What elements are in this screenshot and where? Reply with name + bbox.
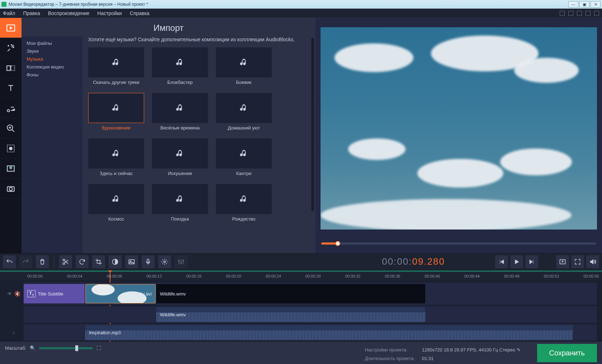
social-vk-icon[interactable] <box>586 11 591 16</box>
tool-zoom[interactable] <box>0 118 22 138</box>
ruler-tick: 00:00:12 <box>146 274 162 278</box>
social-youtube-icon[interactable] <box>560 11 565 16</box>
app-logo-icon <box>1 2 6 7</box>
tool-transitions[interactable] <box>0 58 22 78</box>
tool-callouts[interactable] <box>0 98 22 118</box>
export-frame-button[interactable] <box>556 255 569 268</box>
svg-rect-25 <box>183 260 184 261</box>
menu-help[interactable]: Справка <box>130 10 150 16</box>
music-tile[interactable]: Кантри <box>216 138 272 176</box>
svg-point-11 <box>9 147 13 150</box>
settings-label: Настройки проекта: <box>365 346 421 354</box>
category-music[interactable]: Музыка <box>27 55 77 63</box>
rotate-button[interactable] <box>76 255 89 268</box>
crop-button[interactable] <box>92 255 105 268</box>
category-sounds[interactable]: Звуки <box>27 47 77 55</box>
tool-filters[interactable] <box>0 38 22 58</box>
status-bar: Масштаб: 🔍 ⛶ Настройки проекта: 1280x720… <box>0 342 602 364</box>
split-button[interactable] <box>59 255 72 268</box>
mic-button[interactable] <box>142 255 155 268</box>
svg-rect-6 <box>11 66 15 70</box>
edit-settings-icon[interactable]: ✎ <box>517 347 521 353</box>
music-tile[interactable]: Весёлые времена <box>152 93 208 131</box>
preview-panel <box>316 18 602 253</box>
menu-playback[interactable]: Воспроизведение <box>48 10 90 16</box>
tool-import[interactable] <box>0 18 22 38</box>
music-tile[interactable]: Домашний уют <box>216 93 272 131</box>
social-ok-icon[interactable] <box>568 11 573 16</box>
category-backgrounds[interactable]: Фоны <box>27 71 77 79</box>
music-tile[interactable]: Скачать другие треки <box>88 47 144 85</box>
menu-edit[interactable]: Правка <box>23 10 40 16</box>
svg-marker-1 <box>10 27 13 29</box>
timecode-display: 00:00:09.280 <box>382 256 445 268</box>
eye-icon[interactable]: 👁 <box>7 291 12 297</box>
category-video-collection[interactable]: Коллекция видео <box>27 63 77 71</box>
redo-button[interactable] <box>19 255 32 268</box>
music-tile[interactable]: Поездка <box>152 184 208 222</box>
time-ruler[interactable]: 00:00:0000:00:0400:00:0800:00:1200:00:16… <box>0 270 602 280</box>
ruler-tick: 00:00:24 <box>266 274 281 278</box>
minimize-button[interactable]: ― <box>568 1 578 8</box>
volume-button[interactable] <box>586 255 599 268</box>
delete-button[interactable] <box>36 255 49 268</box>
video-track: 👁 🔇 TTTitle Subtitle sky.avi Wildlife.wm… <box>4 283 602 305</box>
tool-highlight[interactable] <box>0 138 22 159</box>
music-tile[interactable]: Рождество <box>216 184 272 222</box>
video-preview[interactable] <box>321 27 597 230</box>
clip-wildlife-video[interactable]: Wildlife.wmv <box>156 284 425 303</box>
prev-button[interactable] <box>495 255 508 268</box>
seek-knob-icon[interactable] <box>335 241 340 246</box>
import-panel: Импорт Мои файлы Звуки Музыка Коллекция … <box>22 18 316 253</box>
category-my-files[interactable]: Мои файлы <box>27 39 77 47</box>
window-title: Movavi Видеоредактор – 7-дневная пробная… <box>9 2 148 7</box>
social-share-icon[interactable] <box>594 11 599 16</box>
ruler-tick: 00:00:00 <box>27 274 43 278</box>
ruler-tick: 00:00:04 <box>67 274 82 278</box>
undo-button[interactable] <box>3 255 16 268</box>
clip-props-button[interactable] <box>125 255 138 268</box>
zoom-slider[interactable] <box>39 347 93 349</box>
ruler-tick: 00:00:40 <box>425 274 440 278</box>
import-heading: Импорт <box>22 18 316 37</box>
music-tile-label: Домашний уют <box>216 125 272 131</box>
audio-track: ♪ Inspiration.mp3 <box>4 324 602 341</box>
social-fb-icon[interactable] <box>577 11 582 16</box>
ruler-tick: 00:00:44 <box>464 274 480 278</box>
music-tile[interactable]: Здесь и сейчас <box>88 138 144 176</box>
clip-sky[interactable]: sky.avi <box>85 284 156 303</box>
mute-icon[interactable]: 🔇 <box>14 291 20 297</box>
music-tile[interactable]: Блокбастер <box>152 47 208 85</box>
zoom-fit-icon[interactable]: ⛶ <box>96 345 101 351</box>
menu-settings[interactable]: Настройки <box>97 10 122 16</box>
project-info: Настройки проекта: 1280x720 16:9 29.97 F… <box>364 345 521 363</box>
tool-chroma[interactable] <box>0 159 22 179</box>
fullscreen-button[interactable] <box>571 255 584 268</box>
next-button[interactable] <box>525 255 538 268</box>
maximize-button[interactable]: ▣ <box>579 1 589 8</box>
clip-title[interactable]: TTTitle Subtitle <box>24 284 85 303</box>
save-button[interactable]: Сохранить <box>537 344 597 362</box>
seek-bar[interactable] <box>321 242 596 245</box>
music-tile[interactable]: Космос <box>88 184 144 222</box>
clip-wildlife-audio[interactable]: Wildlife.wmv <box>156 307 425 322</box>
ruler-tick: 00:00:28 <box>305 274 321 278</box>
music-tile[interactable]: Искушение <box>152 138 208 176</box>
tool-capture[interactable] <box>0 179 22 199</box>
tool-titles[interactable] <box>0 78 22 98</box>
color-button[interactable] <box>109 255 122 268</box>
zoom-out-icon[interactable]: 🔍 <box>30 345 35 351</box>
close-button[interactable]: ✕ <box>591 1 601 8</box>
music-tile[interactable]: Вдохновение <box>88 93 144 131</box>
clip-inspiration[interactable]: Inspiration.mp3 <box>85 325 573 340</box>
ruler-tick: 00:00:36 <box>385 274 400 278</box>
zoom-label: Масштаб: <box>5 345 26 351</box>
grid-scrollbar[interactable] <box>311 38 314 211</box>
menu-file[interactable]: Файл <box>3 10 15 16</box>
music-tile[interactable]: Боевик <box>216 47 272 85</box>
play-button[interactable] <box>510 255 523 268</box>
equalizer-button[interactable] <box>175 255 188 268</box>
settings-value: 1280x720 16:9 29.97 FPS, 44100 Гц Стерео <box>422 347 515 353</box>
music-tile-label: Боевик <box>216 80 272 85</box>
audio-props-button[interactable] <box>158 255 171 268</box>
